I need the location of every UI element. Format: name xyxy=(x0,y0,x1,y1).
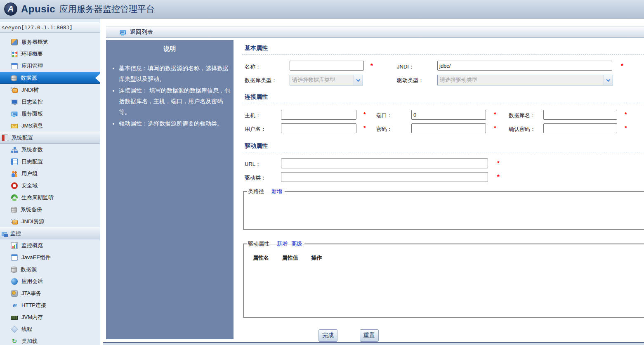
port-label: 端口： xyxy=(376,112,392,119)
host-label: 主机： xyxy=(245,112,261,119)
required-mark: * xyxy=(625,111,627,118)
sidebar-item-system-backup[interactable]: 系统备份 xyxy=(0,203,100,215)
section-basic-title: 基本属性 xyxy=(245,45,268,52)
server-overview-icon xyxy=(11,39,18,45)
url-input[interactable] xyxy=(281,158,488,168)
sidebar-item-label: 类加载 xyxy=(21,338,38,345)
sidebar-item-lifecycle[interactable]: 生命周期监听 xyxy=(0,191,100,203)
sidebar-item-app-management[interactable]: 应用管理 xyxy=(0,60,100,72)
driver-props-advanced-link[interactable]: 高级 xyxy=(291,241,302,247)
confirm-password-input[interactable] xyxy=(543,123,617,133)
sidebar-item-label: 生命周期监听 xyxy=(21,194,54,201)
driver-type-select[interactable]: 请选择驱动类型 xyxy=(437,75,613,85)
server-instance-label: seeyon[127.0.1.1:8083] xyxy=(0,22,100,33)
sidebar-item-label: 数据源 xyxy=(21,74,37,82)
chevron-down-icon xyxy=(354,75,363,85)
datasource-form: 基本属性 名称： * JNDI： * 数据库类型： 请选择数据库类型 驱动类型：… xyxy=(242,40,644,339)
sidebar-item-label: 线程 xyxy=(21,326,32,333)
sidebar-item-javaee-component[interactable]: JavaEE组件 xyxy=(0,251,100,263)
jndi-input[interactable] xyxy=(437,61,612,71)
name-label: 名称： xyxy=(245,63,261,71)
sidebar-item-datasource-mon[interactable]: 数据源 xyxy=(0,263,100,275)
sidebar-item-thread[interactable]: 线程 xyxy=(0,323,100,335)
sidebar-item-label: 监控概览 xyxy=(21,242,43,249)
sidebar-item-jndi-resource[interactable]: JNDI资源 xyxy=(0,215,100,227)
help-panel: 说明 基本信息：填写的数据源的名称，选择数据库类型以及驱动。 连接属性： 填写的… xyxy=(106,40,234,339)
sidebar-item-security-domain[interactable]: 安全域 xyxy=(0,180,100,191)
jvm-icon xyxy=(11,316,18,320)
required-mark: * xyxy=(625,124,627,131)
sidebar-item-datasource[interactable]: 数据源 xyxy=(0,72,100,84)
sidebar-item-label: 系统配置 xyxy=(12,134,33,142)
sidebar-item-http-connection[interactable]: HTTP连接 xyxy=(0,299,100,311)
back-to-list-button[interactable]: 返回列表 xyxy=(120,28,153,36)
sidebar-item-jms-message[interactable]: JMS消息 xyxy=(0,120,100,132)
sidebar-item-jta-transaction[interactable]: JTA事务 xyxy=(0,287,100,299)
sidebar-item-monitor-overview[interactable]: 监控概览 xyxy=(0,239,100,251)
host-input[interactable] xyxy=(281,110,356,120)
security-icon xyxy=(11,182,18,189)
sidebar-item-label: 应用会话 xyxy=(21,278,43,285)
name-input[interactable] xyxy=(290,61,364,71)
sidebar-item-label: 日志配置 xyxy=(21,158,43,165)
sysparam-icon xyxy=(11,147,18,153)
required-mark: * xyxy=(494,111,496,118)
divider xyxy=(242,54,644,54)
sidebar-item-label: 环境概要 xyxy=(21,50,43,58)
sidebar-item-system-params[interactable]: 系统参数 xyxy=(0,144,100,156)
sidebar-section-monitoring[interactable]: 监控 xyxy=(0,227,100,239)
javaee-icon xyxy=(11,254,18,261)
sidebar-item-user-group[interactable]: 用户组 xyxy=(0,168,100,180)
classpath-fieldset: 类路径 新增 xyxy=(243,188,644,230)
url-label: URL： xyxy=(245,161,261,168)
required-mark: * xyxy=(494,124,496,131)
sidebar-item-log-monitor[interactable]: 日志监控 xyxy=(0,96,100,108)
jndi-tree-icon xyxy=(12,88,18,93)
footer-strip xyxy=(103,342,644,345)
sidebar-item-service-panel[interactable]: 服务面板 xyxy=(0,108,100,120)
driver-class-input[interactable] xyxy=(281,172,488,182)
sidebar-item-jvm-memory[interactable]: JVM内存 xyxy=(0,311,100,323)
sidebar-item-log-config[interactable]: 日志配置 xyxy=(0,156,100,168)
http-icon xyxy=(11,302,18,309)
username-input[interactable] xyxy=(281,123,356,133)
driver-props-fieldset: 驱动属性 新增 高级 属性名 属性值 操作 xyxy=(243,240,644,318)
jms-icon xyxy=(11,124,18,128)
finish-button[interactable]: 完成 xyxy=(318,329,337,342)
sidebar-section-system-config[interactable]: 系统配置 xyxy=(0,132,100,144)
db-name-label: 数据库名： xyxy=(509,112,535,119)
sysconfig-icon xyxy=(2,135,8,141)
help-bullet: 驱动属性：选择数据源所需要的驱动类。 xyxy=(119,118,230,129)
password-label: 密码： xyxy=(376,125,392,133)
usergroup-icon xyxy=(11,170,18,177)
driver-props-add-link[interactable]: 新增 xyxy=(277,241,288,247)
log-monitor-icon xyxy=(11,99,18,104)
classpath-legend-label: 类路径 xyxy=(248,188,264,194)
sidebar-item-label: 安全域 xyxy=(21,182,38,189)
sidebar-item-class-loading[interactable]: 类加载 xyxy=(0,335,100,345)
driver-props-legend: 驱动属性 新增 高级 xyxy=(247,240,304,248)
app-header: Apusic 应用服务器监控管理平台 xyxy=(0,0,644,19)
port-input[interactable] xyxy=(411,110,486,120)
app-management-icon xyxy=(11,63,18,69)
thread-icon xyxy=(11,326,18,333)
help-panel-title: 说明 xyxy=(106,40,234,53)
divider xyxy=(242,103,644,103)
lifecycle-icon xyxy=(11,194,18,201)
sidebar-item-environment[interactable]: 环境概要 xyxy=(0,48,100,60)
column-prop-value: 属性值 xyxy=(282,255,298,261)
db-name-input[interactable] xyxy=(543,110,617,120)
password-input[interactable] xyxy=(411,123,486,133)
sidebar-item-jndi-tree[interactable]: JNDI树 xyxy=(0,84,100,96)
sidebar-item-server-overview[interactable]: 服务器概览 xyxy=(0,36,100,48)
jndi-label: JNDI： xyxy=(397,63,414,71)
reset-button[interactable]: 重置 xyxy=(360,329,379,342)
sidebar-item-label: JNDI树 xyxy=(21,86,39,94)
sidebar-item-label: 用户组 xyxy=(21,170,38,177)
db-type-select[interactable]: 请选择数据库类型 xyxy=(290,75,363,85)
help-bullet-list: 基本信息：填写的数据源的名称，选择数据库类型以及驱动。 连接属性： 填写的数据源… xyxy=(113,63,230,129)
classpath-add-link[interactable]: 新增 xyxy=(271,188,282,194)
monitor-group-icon xyxy=(2,232,7,236)
sidebar-item-app-session[interactable]: 应用会话 xyxy=(0,275,100,287)
back-to-list-label: 返回列表 xyxy=(130,28,153,36)
